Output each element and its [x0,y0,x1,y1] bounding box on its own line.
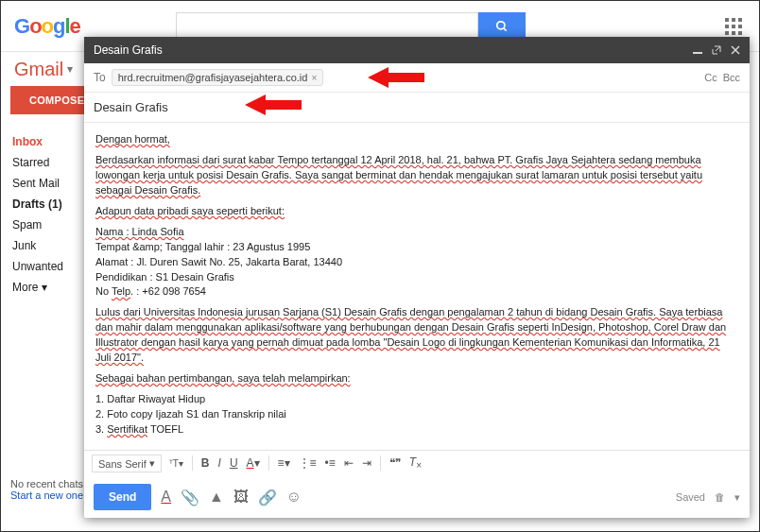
attach-icon[interactable]: 📎 [181,489,199,506]
chevron-down-icon: ▾ [149,457,155,470]
ordered-list-icon[interactable]: ⋮≡ [299,456,317,470]
text-color-icon[interactable]: A▾ [247,456,260,470]
gmail-label: Gmail [14,59,63,80]
photo-icon[interactable]: 🖼 [233,489,249,506]
no-chats-text: No recent chats [10,478,83,489]
chevron-down-icon: ▾ [42,281,47,294]
apps-icon[interactable] [725,18,742,35]
trash-icon[interactable]: 🗑 [715,491,725,503]
more-options-icon[interactable]: ▾ [734,491,740,504]
font-size-icon[interactable]: ᵀT▾ [169,458,183,469]
compose-title: Desain Grafis [94,43,163,57]
recipient-email: hrd.recruitmen@grafisjayasejahtera.co.id [118,72,308,83]
link-icon[interactable]: 🔗 [258,489,277,506]
formatting-icon[interactable]: A [161,489,171,506]
annotation-arrow [368,65,424,90]
remove-format-icon[interactable]: T× [409,455,422,471]
start-chat-link[interactable]: Start a new one [10,489,83,501]
search-icon [495,20,509,33]
remove-recipient-icon[interactable]: × [311,73,317,83]
svg-point-0 [497,22,505,29]
chevron-down-icon[interactable]: ▾ [67,62,73,76]
svg-marker-5 [245,94,302,115]
underline-icon[interactable]: U [230,456,238,470]
bcc-link[interactable]: Bcc [723,72,740,83]
saved-label: Saved [676,491,705,503]
drive-icon[interactable]: ▲ [209,489,224,506]
svg-marker-4 [368,67,424,88]
send-button[interactable]: Send [94,484,151,510]
popout-icon[interactable] [712,45,721,55]
compose-window: Desain Grafis To hrd.recruitmen@grafisja… [84,37,750,518]
italic-icon[interactable]: I [218,456,221,470]
subject-input[interactable]: Desain Grafis [94,100,168,114]
recipient-chip[interactable]: hrd.recruitmen@grafisjayasejahtera.co.id… [112,69,324,86]
minimize-icon[interactable] [693,46,702,54]
bold-icon[interactable]: B [201,456,210,470]
quote-icon[interactable]: ❝❞ [389,456,401,470]
cc-link[interactable]: Cc [704,72,717,83]
annotation-arrow [245,93,302,117]
google-logo: Google [14,14,80,39]
close-icon[interactable] [731,45,740,55]
font-selector[interactable]: Sans Serif ▾ [92,455,162,472]
align-icon[interactable]: ≡▾ [278,456,290,470]
indent-less-icon[interactable]: ⇤ [344,456,354,470]
compose-body[interactable]: Dengan hormat, Berdasarkan informasi dar… [84,123,750,450]
to-label: To [94,71,106,84]
unordered-list-icon[interactable]: •≡ [325,456,336,470]
svg-line-1 [504,28,507,31]
emoji-icon[interactable]: ☺ [286,489,302,506]
indent-more-icon[interactable]: ⇥ [362,456,371,470]
